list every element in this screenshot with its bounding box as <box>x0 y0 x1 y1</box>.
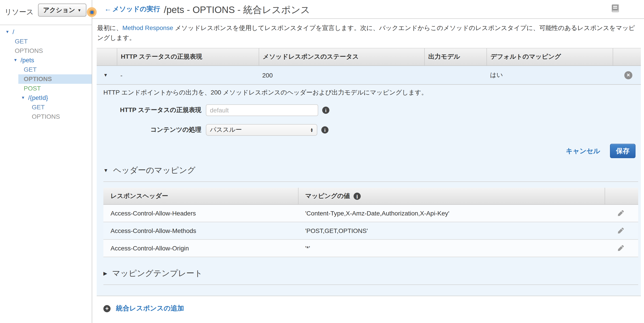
content-handling-label: コンテンツの処理 <box>97 126 202 134</box>
mapping-value: 'Content-Type,X-Amz-Date,Authorization,X… <box>298 210 604 217</box>
method-label: GET <box>24 65 37 74</box>
intro-paragraph: 最初に、Method Response メソッドレスポンスを使用してレスポンスタ… <box>97 23 641 43</box>
tree-method-pets-post[interactable]: POST <box>0 84 92 93</box>
info-icon[interactable]: i <box>321 126 328 134</box>
mapping-template-section-toggle[interactable]: ▶ マッピングテンプレート <box>104 268 641 279</box>
integration-response-row[interactable]: ▼ - 200 はい ✕ <box>97 66 641 85</box>
column-header-status-regex: HTTP ステータスの正規表現 <box>117 48 259 65</box>
mapping-value: '*' <box>298 245 604 252</box>
add-integration-response[interactable]: + 統合レスポンスの追加 <box>104 304 644 313</box>
detail-description: HTTP エンドポイントからの出力を、200 メソッドレスポンスのヘッダーおよび… <box>97 85 641 97</box>
method-label: OPTIONS <box>24 74 52 84</box>
sidebar-title: リソース <box>4 8 34 17</box>
tree-item-petid[interactable]: ▼ /{petId} <box>0 93 92 103</box>
page-header: ←メソッドの実行 /pets - OPTIONS - 統合レスポンス <box>92 0 644 19</box>
resource-label: / <box>12 27 14 37</box>
response-header-name: Access-Control-Allow-Headers <box>104 210 298 217</box>
method-label: GET <box>32 103 45 112</box>
save-button[interactable]: 保存 <box>610 144 636 158</box>
column-header-output-model: 出力モデル <box>424 48 486 65</box>
tree-item-root[interactable]: ▼ / <box>0 27 92 37</box>
integration-response-detail-panel: HTTP エンドポイントからの出力を、200 メソッドレスポンスのヘッダーおよび… <box>97 85 641 296</box>
integration-response-table-header: HTTP ステータスの正規表現 メソッドレスポンスのステータス 出力モデル デフ… <box>97 48 641 66</box>
back-to-method-execution-link[interactable]: ←メソッドの実行 <box>104 5 160 14</box>
mapping-value-label: マッピングの値 <box>305 192 350 200</box>
content-handling-selected-value: パススルー <box>210 126 310 134</box>
status-regex-label: HTTP ステータスの正規表現 <box>97 106 202 114</box>
mapping-template-section-title: マッピングテンプレート <box>112 268 202 279</box>
pane-splitter-handle[interactable] <box>87 7 97 17</box>
column-header-mapping-value: マッピングの値 i <box>298 188 604 204</box>
tree-method-root-options[interactable]: OPTIONS <box>0 46 92 56</box>
status-regex-input[interactable] <box>206 104 318 116</box>
header-mapping-table-header: レスポンスヘッダー マッピングの値 i <box>104 188 638 205</box>
info-icon[interactable]: i <box>322 107 330 114</box>
detail-form: HTTP ステータスの正規表現 i コンテンツの処理 パススルー ▲▼ i <box>97 104 641 136</box>
column-header-response-header: レスポンスヘッダー <box>104 188 298 204</box>
delete-response-icon[interactable]: ✕ <box>624 71 632 79</box>
response-header-name: Access-Control-Allow-Origin <box>104 245 298 252</box>
resource-tree: ▼ / GET OPTIONS ▼ /pets GET OPTIONS POST <box>0 25 92 121</box>
content-handling-select[interactable]: パススルー ▲▼ <box>206 124 317 136</box>
tree-method-root-get[interactable]: GET <box>0 37 92 46</box>
tree-method-petid-get[interactable]: GET <box>0 103 92 112</box>
actions-dropdown-button[interactable]: アクション ▼ <box>38 4 86 17</box>
plus-icon[interactable]: + <box>104 305 110 312</box>
tree-method-petid-options[interactable]: OPTIONS <box>0 112 92 121</box>
header-mapping-section-title: ヘッダーのマッピング <box>113 165 196 176</box>
tree-method-pets-get[interactable]: GET <box>0 65 92 74</box>
edit-pencil-icon[interactable] <box>617 245 638 252</box>
resource-label: /{petId} <box>28 93 48 103</box>
row-status-regex: - <box>117 72 259 79</box>
info-icon[interactable]: i <box>354 192 361 200</box>
section-divider <box>104 284 638 285</box>
row-method-response-status: 200 <box>259 72 424 79</box>
form-buttons: キャンセル 保存 <box>97 144 641 158</box>
method-label: GET <box>15 37 28 46</box>
collapse-triangle-icon[interactable]: ▼ <box>14 56 18 65</box>
edit-pencil-icon[interactable] <box>617 210 638 217</box>
method-response-link[interactable]: Method Response <box>122 24 173 31</box>
edit-pencil-icon[interactable] <box>617 227 638 234</box>
integration-response-table: HTTP ステータスの正規表現 メソッドレスポンスのステータス 出力モデル デフ… <box>97 48 641 85</box>
section-collapsed-triangle-icon: ▶ <box>104 270 107 276</box>
column-header-method-response-status: メソッドレスポンスのステータス <box>259 48 424 65</box>
header-mapping-table: レスポンスヘッダー マッピングの値 i Access-Control-Allow… <box>104 188 638 257</box>
collapse-triangle-icon[interactable]: ▼ <box>21 93 25 103</box>
content-handling-field-row: コンテンツの処理 パススルー ▲▼ i <box>97 124 641 136</box>
method-label: POST <box>24 84 41 93</box>
pane-splitter-dot <box>90 11 93 14</box>
row-expand-triangle-icon[interactable]: ▼ <box>97 73 117 78</box>
edit-column-header <box>604 188 638 204</box>
tree-method-pets-options-selected[interactable]: OPTIONS <box>18 74 92 84</box>
tree-item-pets[interactable]: ▼ /pets <box>0 56 92 65</box>
expander-column-header <box>97 48 117 65</box>
section-divider <box>104 181 638 182</box>
sidebar-header: リソース アクション ▼ <box>0 0 92 25</box>
chevron-down-icon: ▼ <box>78 8 82 12</box>
header-mapping-row: Access-Control-Allow-Headers 'Content-Ty… <box>104 205 638 222</box>
method-label: OPTIONS <box>15 46 43 56</box>
intro-prefix: 最初に、 <box>97 24 122 31</box>
page-title: /pets - OPTIONS - 統合レスポンス <box>164 4 310 16</box>
back-arrow-icon: ← <box>104 5 112 13</box>
select-arrows-icon: ▲▼ <box>310 128 313 132</box>
status-regex-field-row: HTTP ステータスの正規表現 i <box>97 104 641 116</box>
column-header-default-mapping: デフォルトのマッピング <box>486 48 613 65</box>
resource-label: /pets <box>20 56 34 65</box>
actions-column-header <box>613 48 641 65</box>
add-integration-response-link[interactable]: 統合レスポンスの追加 <box>116 304 184 313</box>
cancel-button[interactable]: キャンセル <box>566 147 600 155</box>
pane-splitter-ring <box>89 9 95 15</box>
documentation-book-icon[interactable] <box>611 4 621 15</box>
response-header-name: Access-Control-Allow-Methods <box>104 227 298 234</box>
header-mapping-section-toggle[interactable]: ▼ ヘッダーのマッピング <box>104 165 641 176</box>
section-expanded-triangle-icon: ▼ <box>104 168 108 173</box>
header-mapping-row: Access-Control-Allow-Origin '*' <box>104 240 638 257</box>
resources-sidebar: リソース アクション ▼ ▼ / GET OPTIONS ▼ /pets GET <box>0 0 92 323</box>
row-default-mapping: はい <box>486 71 613 79</box>
back-link-label: メソッドの実行 <box>112 5 160 13</box>
collapse-triangle-icon[interactable]: ▼ <box>5 27 10 37</box>
method-label: OPTIONS <box>32 112 60 121</box>
main-content: ←メソッドの実行 /pets - OPTIONS - 統合レスポンス 最初に、M… <box>92 0 644 323</box>
